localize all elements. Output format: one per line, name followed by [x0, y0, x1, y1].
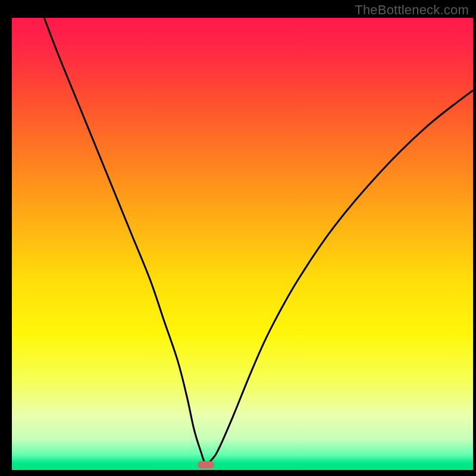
attribution-label: TheBottleneck.com	[355, 2, 469, 18]
gradient-rect	[12, 18, 473, 470]
optimal-marker	[198, 461, 214, 468]
plot-area	[12, 18, 473, 470]
gradient-background	[12, 18, 473, 470]
chart-frame: TheBottleneck.com	[0, 0, 476, 476]
